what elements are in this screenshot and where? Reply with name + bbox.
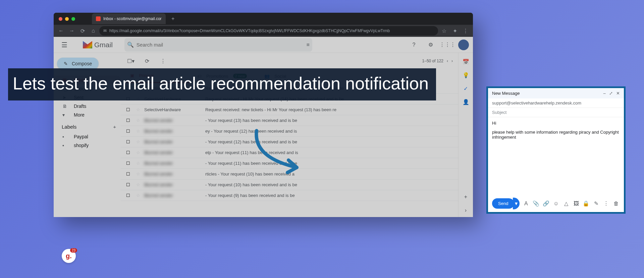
tasks-icon[interactable]: ✓ bbox=[463, 85, 469, 92]
email-row[interactable]: ☐☆Blurred senderey - Your request (12) h… bbox=[121, 126, 458, 137]
subject-placeholder: Subject bbox=[492, 110, 506, 115]
email-row[interactable]: ☐☆Blurred sender- Your request (10) has … bbox=[121, 180, 458, 190]
email-row[interactable]: ☐☆Blurred sender- Your request (12) has … bbox=[121, 137, 458, 147]
delete-draft-icon[interactable]: 🗑 bbox=[612, 200, 620, 208]
star-icon[interactable]: ☆ bbox=[136, 129, 140, 134]
label-shopify[interactable]: ▪ shopify bbox=[54, 141, 121, 150]
link-icon[interactable]: 🔗 bbox=[542, 200, 550, 208]
compose-button[interactable]: ✎ Compose bbox=[57, 58, 99, 70]
checkbox[interactable]: ☐ bbox=[126, 193, 132, 198]
help-icon[interactable]: ? bbox=[408, 39, 420, 51]
maximize-window-icon[interactable] bbox=[71, 17, 75, 21]
subject-field[interactable]: Subject bbox=[488, 108, 624, 117]
compose-body[interactable]: Hi please help with some information reg… bbox=[488, 117, 624, 195]
new-tab-button[interactable]: + bbox=[169, 15, 177, 23]
url-input[interactable]: ✉ https://mail.google.com/mail/u/3/#inbo… bbox=[99, 26, 438, 36]
search-box[interactable]: 🔍 ≡ bbox=[124, 38, 312, 52]
subject: - Your request (9) has been received and… bbox=[205, 193, 453, 198]
email-row[interactable]: ☐☆SelectiveHardwareRequest received: new… bbox=[121, 105, 458, 115]
checkbox[interactable]: ☐ bbox=[126, 139, 132, 144]
prev-page-button[interactable]: ‹ bbox=[447, 59, 448, 63]
extensions-button[interactable]: ✦ bbox=[450, 26, 460, 36]
format-icon[interactable]: A bbox=[522, 200, 530, 208]
checkbox[interactable]: ☐ bbox=[126, 107, 132, 112]
checkbox[interactable]: ☐ bbox=[126, 161, 132, 166]
email-row[interactable]: ☐☆Blurred sender- Your request (9) has b… bbox=[121, 190, 458, 201]
star-icon[interactable]: ☆ bbox=[136, 107, 140, 112]
collapse-rail-icon[interactable]: › bbox=[463, 207, 469, 214]
refresh-button[interactable]: ⟳ bbox=[142, 56, 152, 66]
more-actions-button[interactable]: ⋮ bbox=[158, 56, 168, 66]
send-button[interactable]: Send bbox=[492, 198, 514, 209]
checkbox[interactable]: ☐ bbox=[126, 129, 132, 134]
label-icon: ▪ bbox=[62, 134, 68, 139]
star-icon[interactable]: ☆ bbox=[136, 161, 140, 166]
confidential-icon[interactable]: 🔒 bbox=[583, 200, 590, 208]
image-icon[interactable]: 🖼 bbox=[573, 200, 580, 208]
forward-button[interactable]: → bbox=[67, 26, 76, 36]
gmail-logo-icon bbox=[83, 41, 92, 49]
sender: Blurred sender bbox=[144, 171, 201, 177]
search-options-icon[interactable]: ≡ bbox=[307, 42, 310, 48]
star-icon[interactable]: ☆ bbox=[136, 193, 140, 198]
gmail-app: ☰ Gmail 🔍 ≡ ? ⚙ ⋮⋮⋮ ✎ Compose bbox=[54, 37, 473, 217]
email-row[interactable]: ☐☆Blurred senderrticles - Your request (… bbox=[121, 169, 458, 180]
label-paypal[interactable]: ▪ Paypal bbox=[54, 132, 121, 141]
pagination-text: 1–50 of 122 bbox=[422, 59, 443, 63]
star-button[interactable]: ☆ bbox=[439, 26, 449, 36]
checkbox[interactable]: ☐ bbox=[126, 118, 132, 123]
home-button[interactable]: ⌂ bbox=[89, 26, 98, 36]
settings-icon[interactable]: ⚙ bbox=[425, 39, 437, 51]
star-icon[interactable]: ☆ bbox=[136, 182, 140, 187]
reload-button[interactable]: ⟳ bbox=[78, 26, 87, 36]
email-toolbar: ☐▾ ⟳ ⋮ 1–50 of 122 ‹ › bbox=[121, 53, 458, 69]
apps-icon[interactable]: ⋮⋮⋮ bbox=[441, 39, 453, 51]
search-icon: 🔍 bbox=[127, 42, 134, 48]
calendar-icon[interactable]: 📅 bbox=[463, 58, 469, 65]
sidebar-item-more[interactable]: ▾ More bbox=[54, 111, 121, 119]
subject: elp - Your request (11) has been receive… bbox=[205, 150, 453, 155]
avatar[interactable] bbox=[458, 40, 469, 50]
more-icon[interactable]: ⋮ bbox=[602, 200, 610, 208]
keep-icon[interactable]: 💡 bbox=[463, 72, 469, 78]
send-options-button[interactable]: ▾ bbox=[513, 198, 520, 209]
checkbox[interactable]: ☐ bbox=[126, 182, 132, 187]
star-icon[interactable]: ☆ bbox=[136, 171, 140, 177]
next-page-button[interactable]: › bbox=[451, 59, 453, 63]
sender: Blurred sender bbox=[144, 129, 201, 134]
attach-icon[interactable]: 📎 bbox=[532, 200, 540, 208]
browser-tab[interactable]: Inbox - scottmvisagie@gmail.cor bbox=[92, 13, 166, 24]
contacts-icon[interactable]: 👤 bbox=[463, 98, 469, 105]
email-row[interactable]: ☐☆Blurred sender- Your request (13) has … bbox=[121, 115, 458, 126]
close-window-icon[interactable] bbox=[59, 17, 62, 21]
close-icon[interactable]: ✕ bbox=[616, 91, 620, 96]
label-text: Paypal bbox=[74, 134, 88, 139]
add-rail-icon[interactable]: + bbox=[463, 194, 469, 200]
back-button[interactable]: ← bbox=[56, 26, 66, 36]
minimize-icon[interactable]: ‒ bbox=[603, 91, 606, 96]
compose-header[interactable]: New Message ‒ ⤢ ✕ bbox=[488, 88, 624, 98]
menu-button[interactable]: ⋮ bbox=[461, 26, 470, 36]
subject: - Your request (12) has been received an… bbox=[205, 139, 453, 144]
star-icon[interactable]: ☆ bbox=[136, 118, 140, 123]
checkbox[interactable]: ☐ bbox=[126, 171, 132, 177]
add-label-icon[interactable]: + bbox=[113, 124, 116, 130]
hamburger-menu-icon[interactable]: ☰ bbox=[58, 38, 71, 52]
loom-badge[interactable]: g. 23 bbox=[62, 249, 76, 263]
sender: Blurred sender bbox=[144, 193, 201, 198]
select-all-checkbox[interactable]: ☐▾ bbox=[126, 56, 136, 66]
gmail-logo[interactable]: Gmail bbox=[83, 41, 113, 49]
search-input[interactable] bbox=[137, 42, 304, 48]
email-row[interactable]: ☐☆Blurred sender- Your request (11) has … bbox=[121, 158, 458, 169]
drive-icon[interactable]: △ bbox=[562, 200, 570, 208]
signature-icon[interactable]: ✎ bbox=[592, 200, 600, 208]
sidebar-item-drafts[interactable]: 🗎 Drafts bbox=[54, 102, 121, 111]
minimize-window-icon[interactable] bbox=[65, 17, 69, 21]
email-row[interactable]: ☐☆Blurred senderelp - Your request (11) … bbox=[121, 147, 458, 158]
to-field[interactable]: support@selectivehardwarehelp.zendesk.co… bbox=[488, 98, 624, 108]
emoji-icon[interactable]: ☺ bbox=[552, 200, 560, 208]
expand-icon[interactable]: ⤢ bbox=[609, 91, 613, 96]
star-icon[interactable]: ☆ bbox=[136, 139, 140, 144]
checkbox[interactable]: ☐ bbox=[126, 150, 132, 155]
star-icon[interactable]: ☆ bbox=[136, 150, 140, 155]
